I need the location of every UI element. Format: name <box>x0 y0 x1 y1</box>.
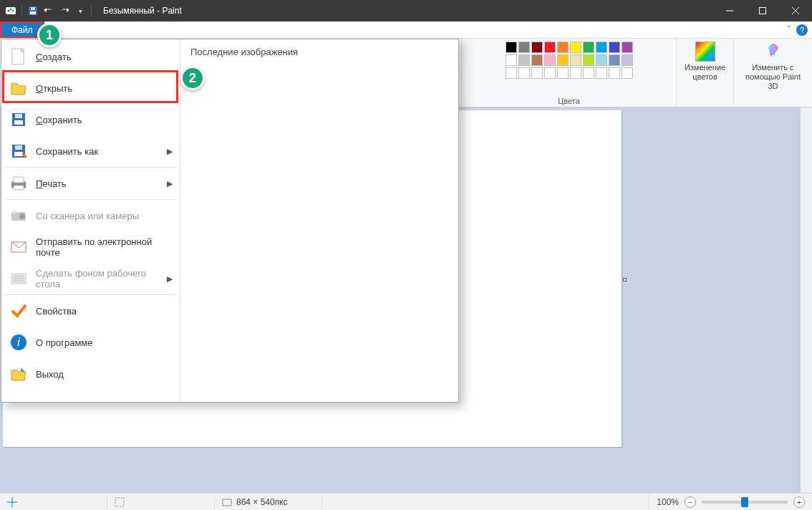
file-menu-item-icon <box>9 110 29 130</box>
file-menu-item-icon <box>9 364 29 384</box>
color-swatch[interactable] <box>609 42 620 53</box>
minimize-button[interactable] <box>713 0 746 21</box>
color-swatch-empty[interactable] <box>518 67 530 79</box>
svg-point-22 <box>19 213 25 219</box>
file-menu-item-icon: i <box>9 332 29 352</box>
submenu-chevron-icon: ▶ <box>167 179 173 188</box>
edit-colors-label: Изменение цветов <box>684 63 726 82</box>
color-swatch-empty[interactable] <box>596 67 607 79</box>
ribbon-collapse-icon[interactable]: ˆ <box>788 25 791 35</box>
quick-access-toolbar: ▾ <box>0 4 97 17</box>
status-zoom-controls: 100% − + <box>649 496 812 508</box>
file-menu-item-9[interactable]: iО программе <box>1 327 180 358</box>
file-menu-item-7: Сделать фоном рабочего стола▶ <box>1 263 180 294</box>
file-menu-recent: Последние изображения <box>180 39 458 402</box>
color-swatch[interactable] <box>531 54 543 66</box>
file-menu-item-icon <box>9 173 29 193</box>
canvas-resize-handle-right[interactable] <box>623 278 627 282</box>
color-swatch[interactable] <box>506 42 517 53</box>
color-swatch-empty[interactable] <box>544 67 556 79</box>
svg-point-2 <box>10 9 12 11</box>
titlebar: ▾ Безымянный - Paint <box>0 0 812 21</box>
color-swatch[interactable] <box>622 54 633 66</box>
svg-point-1 <box>8 10 10 12</box>
file-menu-item-2[interactable]: Сохранить <box>1 104 180 135</box>
zoom-out-button[interactable]: − <box>685 496 696 508</box>
color-swatch-empty[interactable] <box>570 67 581 79</box>
color-swatch-empty[interactable] <box>583 67 594 79</box>
edit-colors-panel[interactable]: Изменение цветов <box>676 39 733 107</box>
qat-customize-icon[interactable]: ▾ <box>74 4 87 17</box>
file-menu-item-5: Со сканера или камеры <box>1 200 180 231</box>
color-swatch[interactable] <box>570 42 581 53</box>
svg-rect-26 <box>13 275 24 282</box>
file-menu-item-icon <box>9 141 29 161</box>
submenu-chevron-icon: ▶ <box>167 274 173 284</box>
svg-text:i: i <box>17 336 20 348</box>
svg-rect-13 <box>14 120 23 125</box>
redo-icon[interactable] <box>58 4 71 17</box>
file-menu-item-0[interactable]: Создать <box>1 41 180 72</box>
statusbar: 864 × 540пкс 100% − + <box>0 493 812 510</box>
file-menu-item-3[interactable]: Сохранить как▶ <box>1 135 180 167</box>
color-swatch[interactable] <box>518 54 530 66</box>
save-icon[interactable] <box>26 4 39 17</box>
color-swatch[interactable] <box>544 42 556 53</box>
color-swatch-empty[interactable] <box>531 67 543 79</box>
color-swatch[interactable] <box>557 54 569 66</box>
file-menu-item-label: Печать <box>36 178 67 189</box>
svg-point-3 <box>12 10 14 12</box>
color-swatch-empty[interactable] <box>506 67 517 79</box>
svg-rect-31 <box>115 498 124 506</box>
color-swatch[interactable] <box>583 54 594 66</box>
canvas-size-value: 864 × 540пкс <box>236 497 288 507</box>
color-swatch[interactable] <box>622 42 633 53</box>
canvas-size-icon <box>222 497 232 507</box>
file-menu-items: СоздатьОткрытьСохранитьСохранить как▶Печ… <box>1 39 180 402</box>
window-title: Безымянный - Paint <box>103 6 182 16</box>
svg-rect-32 <box>223 499 231 506</box>
file-menu-item-icon <box>9 78 29 98</box>
file-menu-item-6[interactable]: Отправить по электронной почте <box>1 231 180 263</box>
vertical-scrollbar[interactable] <box>800 107 812 493</box>
help-icon[interactable]: ? <box>796 24 808 36</box>
zoom-slider-thumb[interactable] <box>741 497 748 507</box>
file-menu-item-8[interactable]: Свойства <box>1 295 180 327</box>
undo-icon[interactable] <box>42 4 55 17</box>
paint3d-icon <box>763 42 783 62</box>
color-swatch-empty[interactable] <box>557 67 569 79</box>
file-menu-item-label: Выход <box>36 369 64 380</box>
color-swatch-empty[interactable] <box>609 67 620 79</box>
maximize-button[interactable] <box>746 0 779 21</box>
color-swatch-empty[interactable] <box>622 67 633 79</box>
color-swatch[interactable] <box>506 54 517 66</box>
zoom-slider[interactable] <box>702 501 788 504</box>
paint3d-panel[interactable]: Изменить с помощью Paint 3D <box>733 39 812 107</box>
svg-rect-6 <box>31 7 35 10</box>
zoom-in-button[interactable]: + <box>793 496 805 508</box>
status-cursor-pos <box>0 494 107 510</box>
svg-rect-23 <box>13 211 17 213</box>
color-swatch[interactable] <box>583 42 594 53</box>
color-swatch[interactable] <box>596 54 607 66</box>
color-swatch[interactable] <box>557 42 569 53</box>
cursor-pos-icon <box>7 497 17 507</box>
file-menu-item-1[interactable]: Открыть <box>1 72 180 104</box>
file-menu-item-label: Открыть <box>36 83 72 94</box>
color-swatch[interactable] <box>609 54 620 66</box>
paint-logo-icon <box>4 4 17 17</box>
file-menu-item-label: О программе <box>36 337 93 348</box>
color-swatch[interactable] <box>570 54 581 66</box>
color-swatch[interactable] <box>544 54 556 66</box>
zoom-value: 100% <box>657 497 679 507</box>
annotation-badge-2: 2 <box>180 66 205 90</box>
ribbon-tabs: Файл ˆ ? <box>0 21 812 39</box>
file-menu-item-icon <box>9 269 29 289</box>
color-swatch[interactable] <box>531 42 543 53</box>
file-menu-item-4[interactable]: Печать▶ <box>1 168 180 199</box>
file-menu-item-10[interactable]: Выход <box>1 358 180 390</box>
file-menu: СоздатьОткрытьСохранитьСохранить как▶Печ… <box>1 39 459 403</box>
color-swatch[interactable] <box>596 42 607 53</box>
color-swatch[interactable] <box>518 42 530 53</box>
close-button[interactable] <box>779 0 812 21</box>
